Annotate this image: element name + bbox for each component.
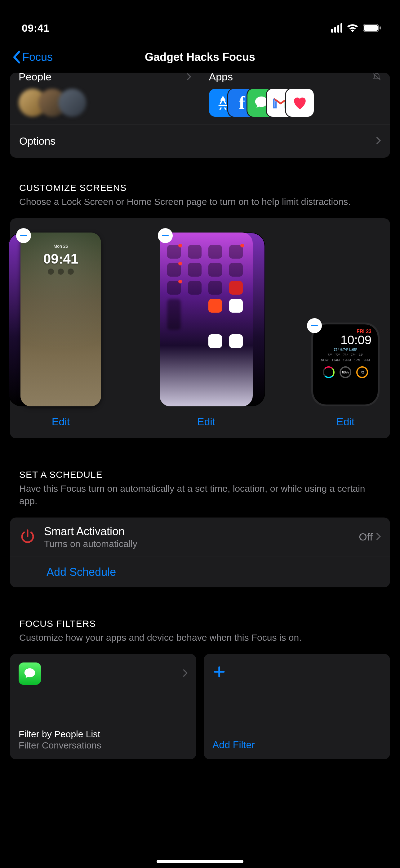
lock-time: 09:41	[21, 251, 101, 267]
lock-screen-thumb[interactable]: Mon 26 09:41	[21, 232, 101, 406]
screens-card: Mon 26 09:41 Edit	[10, 218, 390, 438]
cellular-icon	[331, 23, 342, 33]
schedule-desc: Have this Focus turn on automatically at…	[19, 483, 381, 507]
customize-header: CUSTOMIZE SCREENS Choose a Lock Screen o…	[10, 158, 390, 211]
filters-title: FOCUS FILTERS	[19, 618, 381, 629]
filters-desc: Customize how your apps and device behav…	[19, 631, 381, 644]
schedule-title: SET A SCHEDULE	[19, 469, 381, 480]
smart-activation-sub: Turns on automatically	[44, 538, 351, 549]
home-screen-thumb[interactable]	[160, 232, 253, 406]
lock-date: Mon 26	[21, 244, 101, 249]
messages-app-icon	[19, 662, 41, 685]
watch-face-thumb[interactable]: FRI 23 10:09 72° H:74° L:65° 72°72°73°73…	[311, 322, 379, 406]
home-indicator[interactable]	[157, 860, 243, 863]
people-label: People	[19, 73, 52, 82]
edit-watch-face-button[interactable]: Edit	[336, 416, 355, 428]
lock-screen-column: Mon 26 09:41 Edit	[21, 232, 101, 428]
apps-label: Apps	[209, 73, 233, 82]
status-right	[331, 23, 381, 33]
nav-bar: Focus Gadget Hacks Focus	[0, 43, 400, 71]
watch-weather: 72° H:74° L:65°	[334, 348, 357, 351]
schedule-header: SET A SCHEDULE Have this Focus turn on a…	[10, 438, 390, 511]
watch-face-column: FRI 23 10:09 72° H:74° L:65° 72°72°73°73…	[311, 322, 379, 428]
chevron-right-icon	[376, 135, 381, 147]
app-icons: f	[209, 89, 382, 117]
edit-home-screen-button[interactable]: Edit	[197, 416, 215, 428]
chevron-right-icon	[376, 531, 381, 543]
add-filter-label: Add Filter	[212, 739, 381, 751]
options-row[interactable]: Options	[10, 124, 390, 158]
remove-watch-face-button[interactable]	[307, 318, 322, 333]
status-time: 09:41	[22, 22, 49, 34]
people-section[interactable]: People	[10, 73, 200, 124]
svg-rect-1	[364, 25, 378, 31]
avatar	[58, 89, 86, 117]
smart-activation-row[interactable]: Smart Activation Turns on automatically …	[10, 518, 390, 557]
health-icon	[286, 89, 314, 117]
complication-icon: 72	[356, 366, 368, 378]
add-schedule-label: Add Schedule	[46, 566, 116, 578]
messages-filter-title: Filter by People List	[19, 729, 188, 740]
edit-lock-screen-button[interactable]: Edit	[52, 416, 70, 428]
chevron-right-icon	[186, 73, 191, 82]
svg-rect-2	[379, 26, 381, 30]
bell-slash-icon	[372, 73, 381, 82]
add-schedule-row[interactable]: Add Schedule	[10, 557, 390, 587]
schedule-card: Smart Activation Turns on automatically …	[10, 518, 390, 587]
remove-home-screen-button[interactable]	[158, 228, 173, 243]
customize-desc: Choose a Lock Screen or Home Screen page…	[19, 195, 381, 208]
customize-title: CUSTOMIZE SCREENS	[19, 183, 381, 193]
people-avatars	[19, 89, 191, 117]
status-bar: 09:41	[0, 12, 400, 43]
power-icon	[19, 528, 36, 546]
watch-time: 10:09	[340, 333, 371, 347]
back-button[interactable]: Focus	[12, 51, 53, 64]
options-label: Options	[19, 135, 56, 147]
chevron-right-icon	[182, 669, 188, 678]
messages-filter-sub: Filter Conversations	[19, 740, 188, 751]
page-title: Gadget Hacks Focus	[145, 51, 255, 64]
wifi-icon	[347, 24, 359, 32]
home-screen-column: Edit	[160, 232, 253, 428]
remove-lock-screen-button[interactable]	[16, 228, 31, 243]
smart-activation-title: Smart Activation	[44, 525, 351, 538]
filters-header: FOCUS FILTERS Customize how your apps an…	[10, 587, 390, 647]
complication-icon: 60%	[339, 366, 351, 378]
battery-icon	[363, 24, 381, 32]
plus-icon	[212, 662, 226, 683]
back-label: Focus	[22, 51, 53, 64]
apps-section[interactable]: Apps f	[200, 73, 390, 124]
activity-rings-icon	[323, 366, 335, 378]
add-filter-card[interactable]: Add Filter	[204, 654, 390, 760]
chevron-left-icon	[12, 51, 21, 64]
messages-filter-card[interactable]: Filter by People List Filter Conversatio…	[10, 654, 196, 760]
notifications-card: People Apps	[10, 73, 390, 158]
smart-activation-value: Off	[359, 531, 373, 543]
